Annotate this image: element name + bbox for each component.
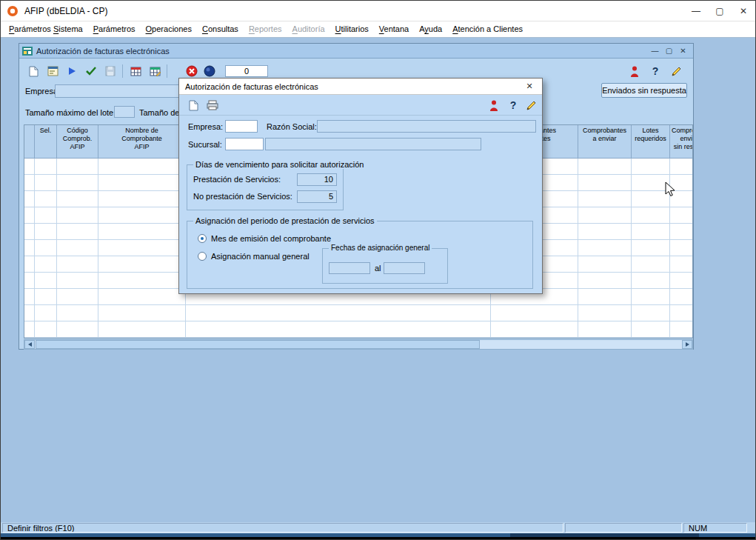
grid-cell-comprobantes-enviados-sin-respuesta[interactable] (670, 305, 692, 321)
grid-cell-lotes-requeridos[interactable] (632, 305, 670, 321)
child-close-button[interactable]: ✕ (676, 45, 690, 57)
dialog-close-button[interactable]: ✕ (523, 81, 536, 93)
grid-cell-codigo-comprob-afip[interactable] (57, 207, 98, 224)
grid-cell-comprobantes-pendientes[interactable] (491, 321, 578, 338)
menu-item-ayuda[interactable]: Ayuda (414, 21, 447, 37)
radio-asignacion-manual[interactable] (198, 252, 207, 261)
status-circle-icon[interactable] (201, 64, 218, 79)
scroll-left-arrow-icon[interactable] (24, 340, 35, 349)
grid-cell-hidden-under-dialog[interactable] (186, 305, 491, 321)
horizontal-scrollbar[interactable] (24, 339, 693, 350)
grid-cell-codigo-comprob-afip[interactable] (57, 256, 98, 273)
grid-cell-lotes-requeridos[interactable] (632, 224, 670, 240)
grid-cell-sel[interactable] (35, 240, 57, 256)
grid-cell-comprobantes-a-enviar[interactable] (578, 240, 632, 256)
printer-icon[interactable] (204, 98, 221, 113)
grid-cell-nombre-comprobante-afip[interactable] (98, 191, 186, 207)
prestacion-value[interactable]: 10 (297, 173, 337, 186)
grid-cell-codigo-comprob-afip[interactable] (57, 159, 98, 175)
grid-cell-nombre-comprobante-afip[interactable] (98, 321, 186, 338)
grid-cell-sel[interactable] (35, 256, 57, 273)
radio-mes-emision[interactable] (198, 234, 207, 243)
grid-cell-lotes-requeridos[interactable] (632, 207, 670, 224)
grid-cell-comprobantes-enviados-sin-respuesta[interactable] (670, 207, 692, 224)
confirm-icon[interactable] (83, 64, 99, 79)
grid-cell-nombre-comprobante-afip[interactable] (98, 175, 186, 191)
grid-cell-codigo-comprob-afip[interactable] (57, 321, 98, 338)
grid-cell-nombre-comprobante-afip[interactable] (98, 159, 186, 175)
grid-cell-selector[interactable] (24, 321, 35, 338)
grid-cell-codigo-comprob-afip[interactable] (57, 305, 98, 321)
no-prestacion-value[interactable]: 5 (297, 190, 337, 203)
grid-cell-comprobantes-enviados-sin-respuesta[interactable] (670, 321, 692, 338)
grid-cell-comprobantes-a-enviar[interactable] (578, 256, 632, 273)
grid-cell-sel[interactable] (35, 175, 57, 191)
grid-cell-comprobantes-a-enviar[interactable] (578, 305, 632, 321)
grid-cell-nombre-comprobante-afip[interactable] (98, 305, 186, 321)
exit-person-icon[interactable] (486, 98, 502, 113)
grid-cell-codigo-comprob-afip[interactable] (57, 224, 98, 240)
scrollbar-track[interactable] (480, 340, 682, 349)
grid-cell-codigo-comprob-afip[interactable] (57, 289, 98, 305)
grid-cell-sel[interactable] (35, 273, 57, 289)
new-document-icon[interactable] (185, 98, 201, 113)
grid-cell-comprobantes-a-enviar[interactable] (578, 289, 632, 305)
scrollbar-thumb[interactable] (36, 340, 480, 349)
grid-cell-lotes-requeridos[interactable] (632, 240, 670, 256)
grid-cell-lotes-requeridos[interactable] (632, 289, 670, 305)
grid-cell-selector[interactable] (24, 273, 35, 289)
grid-cell-comprobantes-pendientes[interactable] (491, 305, 578, 321)
grid-cell-nombre-comprobante-afip[interactable] (98, 273, 186, 289)
grid-cell-comprobantes-enviados-sin-respuesta[interactable] (670, 273, 692, 289)
grid-cell-sel[interactable] (35, 289, 57, 305)
grid-cell-codigo-comprob-afip[interactable] (57, 273, 98, 289)
grid-cell-comprobantes-a-enviar[interactable] (578, 175, 632, 191)
scroll-right-arrow-icon[interactable] (682, 340, 692, 349)
grid-cell-selector[interactable] (24, 159, 35, 175)
grid-cell-sel[interactable] (35, 224, 57, 240)
help-icon[interactable]: ? (505, 98, 521, 113)
grid-cell-selector[interactable] (24, 240, 35, 256)
grid-cell-nombre-comprobante-afip[interactable] (98, 240, 186, 256)
child-minimize-button[interactable]: — (648, 45, 662, 57)
help-icon[interactable]: ? (647, 64, 663, 79)
grid-cell-comprobantes-enviados-sin-respuesta[interactable] (670, 240, 692, 256)
grid-cell-comprobantes-a-enviar[interactable] (578, 159, 632, 175)
grid-cell-selector[interactable] (24, 289, 35, 305)
cancel-circle-icon[interactable] (184, 64, 200, 79)
grid-cell-selector[interactable] (24, 207, 35, 224)
close-button[interactable]: ✕ (732, 1, 755, 21)
grid-cell-comprobantes-enviados-sin-respuesta[interactable] (670, 256, 692, 273)
run-icon[interactable] (64, 64, 80, 79)
menu-item-parametros-sistema[interactable]: Parámetros Sistema (4, 21, 88, 37)
empresa-input[interactable] (225, 120, 258, 133)
grid-cell-lotes-requeridos[interactable] (632, 159, 670, 175)
grid-cell-nombre-comprobante-afip[interactable] (98, 289, 186, 305)
grid-cell-sel[interactable] (35, 159, 57, 175)
exit-person-icon[interactable] (626, 64, 643, 79)
grid-cell-lotes-requeridos[interactable] (632, 321, 670, 338)
grid-cell-sel[interactable] (35, 305, 57, 321)
filters-icon[interactable] (668, 64, 684, 79)
menu-item-consultas[interactable]: Consultas (197, 21, 244, 37)
child-restore-button[interactable]: ▢ (662, 45, 676, 57)
menu-item-utilitarios[interactable]: Utilitarios (330, 21, 374, 37)
new-document-icon[interactable] (25, 64, 41, 79)
menu-item-atencion-a-clientes[interactable]: Atención a Clientes (447, 21, 528, 37)
grid-cell-comprobantes-enviados-sin-respuesta[interactable] (670, 224, 692, 240)
menu-item-ventana[interactable]: Ventana (374, 21, 414, 37)
grid-cell-nombre-comprobante-afip[interactable] (98, 207, 186, 224)
grid-cell-comprobantes-enviados-sin-respuesta[interactable] (670, 289, 692, 305)
table-edit-icon[interactable] (147, 64, 163, 79)
grid-cell-selector[interactable] (24, 305, 35, 321)
grid-cell-hidden-under-dialog[interactable] (186, 321, 491, 338)
grid-cell-comprobantes-a-enviar[interactable] (578, 191, 632, 207)
table-data-icon[interactable] (127, 64, 144, 79)
grid-cell-codigo-comprob-afip[interactable] (57, 175, 98, 191)
grid-cell-selector[interactable] (24, 175, 35, 191)
grid-cell-codigo-comprob-afip[interactable] (57, 240, 98, 256)
grid-cell-comprobantes-enviados-sin-respuesta[interactable] (670, 159, 692, 175)
grid-cell-nombre-comprobante-afip[interactable] (98, 256, 186, 273)
grid-cell-comprobantes-a-enviar[interactable] (578, 224, 632, 240)
grid-cell-nombre-comprobante-afip[interactable] (98, 224, 186, 240)
